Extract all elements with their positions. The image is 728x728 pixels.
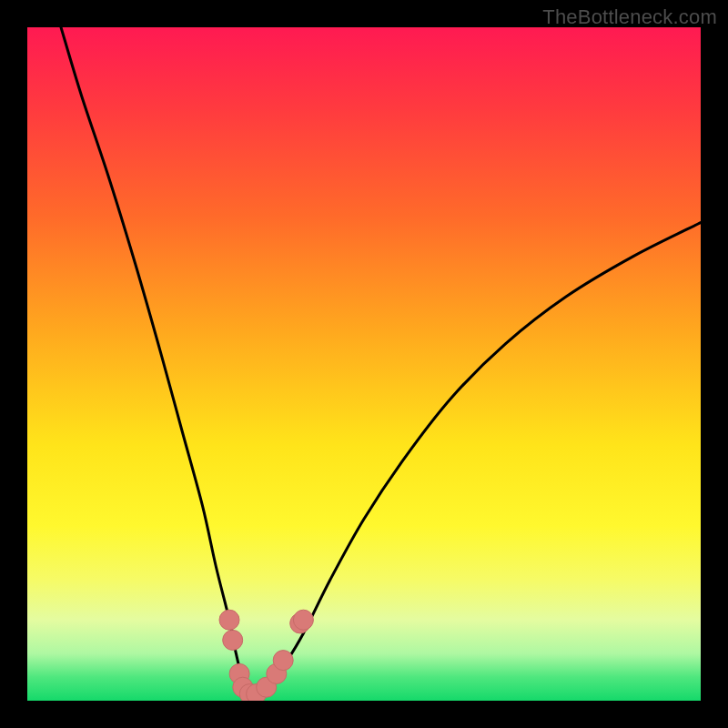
curve-layer <box>27 27 701 701</box>
data-marker <box>293 610 313 630</box>
data-marker <box>219 610 239 630</box>
data-marker <box>223 630 243 650</box>
data-markers <box>219 610 313 701</box>
watermark-text: TheBottleneck.com <box>542 5 717 29</box>
data-marker <box>273 651 293 671</box>
chart-frame: TheBottleneck.com <box>0 0 728 728</box>
plot-area <box>27 27 701 701</box>
bottleneck-curve <box>61 27 701 695</box>
